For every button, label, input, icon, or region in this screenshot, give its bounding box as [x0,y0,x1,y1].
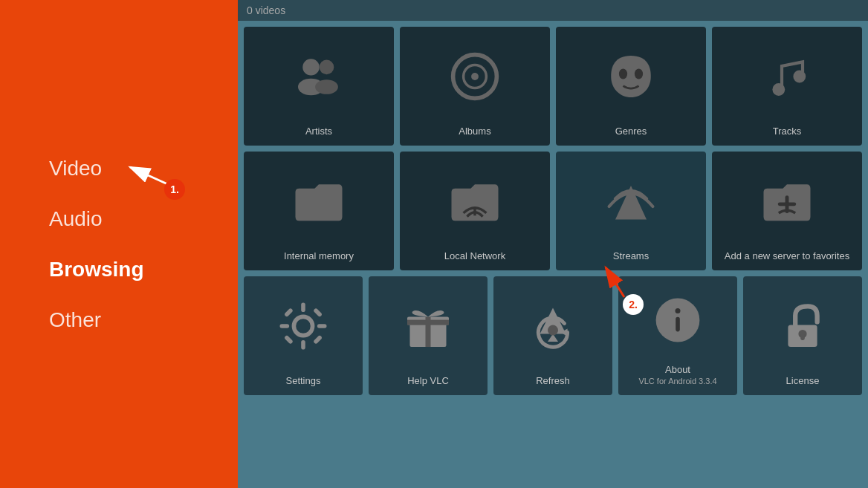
gift-icon [402,300,454,352]
about-sublabel: VLC for Android 3.3.4 [638,377,716,385]
license-icon-area [743,276,862,375]
grid-item-about[interactable]: About VLC for Android 3.3.4 [618,276,737,395]
grid-item-settings[interactable]: Settings [244,276,363,395]
refresh-label: Refresh [530,375,576,386]
svg-rect-18 [280,324,290,328]
grid-item-local-network[interactable]: Local Network [400,152,550,270]
svg-point-8 [635,68,643,79]
svg-point-15 [294,316,312,335]
artists-icon-area [244,27,394,126]
local-network-icon-area [400,152,550,250]
genres-icon-area [556,27,706,126]
svg-rect-22 [284,334,294,344]
svg-point-0 [302,59,319,75]
svg-rect-27 [407,319,449,325]
svg-point-2 [320,59,334,74]
artists-label: Artists [299,126,338,137]
mask-icon [605,51,657,103]
folder-network-icon [449,175,501,227]
bottom-grid: Settings Help VLC [238,276,868,401]
grid-item-refresh[interactable]: Refresh [493,276,612,395]
music-note-icon [761,51,813,103]
antenna-icon [605,175,657,227]
svg-rect-35 [800,334,805,339]
grid-item-tracks[interactable]: Tracks [712,27,862,146]
main-content: 0 videos Artists [238,0,868,488]
svg-point-6 [471,73,479,80]
svg-rect-16 [301,302,305,312]
grid-item-add-server[interactable]: Add a new server to favorites [712,152,862,270]
sidebar-item-browsing[interactable]: Browsing [49,244,238,295]
internal-memory-icon-area [244,152,394,250]
svg-point-10 [793,70,806,82]
svg-point-9 [772,83,785,96]
svg-rect-21 [313,308,323,317]
internal-memory-label: Internal memory [278,250,360,261]
genres-label: Genres [609,126,653,137]
lock-open-icon [777,300,829,352]
main-grid: Artists Albums [238,21,868,276]
settings-icon-area [244,276,363,375]
svg-rect-23 [313,334,323,344]
video-count: 0 videos [247,4,285,16]
license-label: License [780,375,826,386]
folder-icon [293,175,345,227]
grid-item-internal-memory[interactable]: Internal memory [244,152,394,270]
streams-icon-area [556,152,706,250]
disc-icon [449,51,501,103]
grid-item-help-vlc[interactable]: Help VLC [369,276,488,395]
svg-rect-31 [676,317,680,332]
tracks-icon-area [712,27,862,126]
sidebar-item-audio[interactable]: Audio [49,194,238,244]
svg-rect-19 [317,324,327,328]
albums-icon-area [400,27,550,126]
tracks-label: Tracks [767,126,808,137]
grid-item-streams[interactable]: Streams [556,152,706,270]
person-group-icon [293,51,345,103]
grid-item-license[interactable]: License [743,276,862,395]
add-server-icon-area [712,152,862,250]
grid-item-artists[interactable]: Artists [244,27,394,146]
sidebar-item-other[interactable]: Other [49,295,238,345]
sidebar-item-video[interactable]: Video [49,143,238,194]
top-bar: 0 videos [238,0,868,21]
about-icon-area [618,276,737,364]
settings-label: Settings [280,375,327,386]
vlc-refresh-icon [527,300,579,352]
svg-rect-17 [301,339,305,349]
grid-item-genres[interactable]: Genres [556,27,706,146]
streams-label: Streams [607,250,655,261]
svg-point-28 [548,325,558,335]
sidebar: Video Audio Browsing Other [0,0,238,488]
info-icon [652,294,704,346]
about-label: About VLC for Android 3.3.4 [632,364,722,386]
svg-point-7 [619,68,627,79]
albums-label: Albums [453,126,496,137]
refresh-icon-area [493,276,612,375]
folder-plus-icon [761,175,813,227]
help-vlc-icon-area [369,276,488,375]
gear-icon [277,300,329,352]
help-vlc-label: Help VLC [401,375,455,386]
svg-rect-20 [284,308,294,317]
svg-point-3 [315,79,338,94]
local-network-label: Local Network [438,250,511,261]
svg-point-32 [676,308,681,313]
add-server-label: Add a new server to favorites [719,250,855,261]
grid-item-albums[interactable]: Albums [400,27,550,146]
